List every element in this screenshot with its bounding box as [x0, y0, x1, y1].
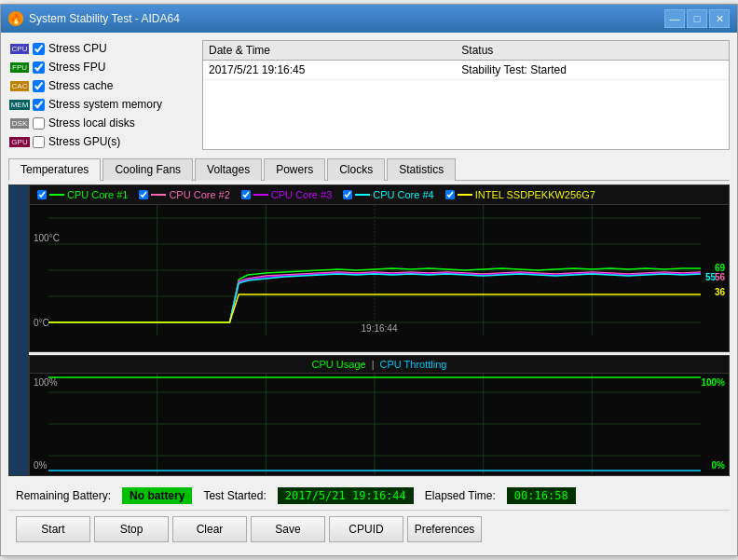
- maximize-button[interactable]: □: [687, 9, 707, 28]
- legend-core4-line: [355, 194, 370, 196]
- tab-bar: Temperatures Cooling Fans Voltages Power…: [8, 157, 730, 181]
- save-button[interactable]: Save: [251, 516, 325, 542]
- gpu-icon: GPU: [10, 134, 29, 149]
- checkbox-disk: DSK Stress local disks: [8, 115, 195, 131]
- checkbox-cache: CAC Stress cache: [8, 77, 195, 94]
- clear-button[interactable]: Clear: [172, 516, 247, 542]
- charts-area: CPU Core #1 CPU Core #2 CPU Core #3: [8, 184, 730, 476]
- preferences-button[interactable]: Preferences: [407, 516, 482, 542]
- top-section: CPU Stress CPU FPU Stress FPU CAC Stress…: [8, 40, 730, 150]
- window-title: System Stability Test - AIDA64: [29, 12, 180, 25]
- legend-ssd-line: [458, 194, 472, 196]
- status-table: Date & Time Status 2017/5/21 19:16:45 St…: [202, 40, 730, 150]
- legend-core2-line: [151, 194, 166, 196]
- legend-core3: CPU Core #3: [241, 189, 332, 200]
- legend-core4-check[interactable]: [343, 190, 352, 199]
- elapsed-label: Elapsed Time:: [425, 489, 496, 502]
- legend-ssd-label: INTEL SSDPEKKW256G7: [475, 189, 595, 200]
- cache-icon-box: CAC: [10, 78, 29, 93]
- close-button[interactable]: ✕: [709, 9, 730, 28]
- test-started-value: 2017/5/21 19:16:44: [278, 487, 414, 504]
- legend-core1-label: CPU Core #1: [67, 189, 128, 200]
- checkbox-gpu-label: Stress GPU(s): [48, 135, 120, 148]
- usage-chart-panel: CPU Usage | CPU Throttling 100% 0% 100% …: [29, 355, 730, 476]
- legend-core3-check[interactable]: [241, 190, 251, 199]
- title-bar-controls: — □ ✕: [664, 9, 730, 28]
- checkboxes-panel: CPU Stress CPU FPU Stress FPU CAC Stress…: [8, 40, 195, 150]
- legend-core4: CPU Core #4: [343, 189, 433, 200]
- checkbox-gpu: GPU Stress GPU(s): [8, 133, 195, 150]
- throttling-title: CPU Throttling: [380, 359, 447, 370]
- val-ssd: 36: [715, 287, 725, 297]
- tab-voltages[interactable]: Voltages: [195, 158, 262, 181]
- legend-core2: CPU Core #2: [139, 189, 229, 200]
- app-icon: 🔥: [8, 11, 23, 26]
- checkbox-fpu-label: Stress FPU: [48, 61, 105, 74]
- checkbox-disk-label: Stress local disks: [48, 116, 135, 130]
- title-bar: 🔥 System Stability Test - AIDA64 — □ ✕: [1, 5, 737, 33]
- usage-chart-canvas-area: 100% 0% 100% 0%: [30, 374, 729, 474]
- test-started-label: Test Started:: [203, 489, 266, 502]
- legend-core1-check[interactable]: [37, 190, 47, 199]
- legend-core3-line: [253, 194, 268, 196]
- legend-core3-label: CPU Core #3: [271, 189, 332, 200]
- legend-core1: CPU Core #1: [37, 189, 128, 200]
- checkbox-mem-input[interactable]: [33, 99, 45, 111]
- pipe: |: [372, 359, 375, 370]
- elapsed-value: 00:16:58: [507, 487, 576, 504]
- legend-core1-line: [49, 194, 64, 196]
- status-datetime: 2017/5/21 19:16:45: [203, 61, 456, 80]
- tab-statistics[interactable]: Statistics: [387, 158, 456, 181]
- tab-cooling-fans[interactable]: Cooling Fans: [102, 158, 193, 181]
- status-text: Stability Test: Started: [456, 61, 729, 80]
- tab-powers[interactable]: Powers: [264, 158, 325, 181]
- stop-button[interactable]: Stop: [94, 516, 169, 542]
- disk-icon: DSK: [10, 116, 29, 130]
- usage-val-bottom: 0%: [712, 460, 725, 471]
- left-indicator: [8, 184, 29, 476]
- col-datetime: Date & Time: [203, 41, 456, 61]
- val-core3: 55: [705, 272, 716, 282]
- charts-container: CPU Core #1 CPU Core #2 CPU Core #3: [29, 184, 730, 476]
- usage-title: CPU Usage: [312, 359, 366, 370]
- temp-y-min: 0°C: [34, 318, 49, 328]
- checkbox-cpu-label: Stress CPU: [48, 42, 107, 55]
- checkbox-fpu: FPU Stress FPU: [8, 59, 195, 75]
- checkbox-disk-input[interactable]: [33, 117, 45, 130]
- main-window: 🔥 System Stability Test - AIDA64 — □ ✕ C…: [0, 4, 738, 556]
- usage-val-top: 100%: [701, 377, 725, 388]
- checkbox-mem: MEM Stress system memory: [8, 96, 195, 113]
- mem-icon: MEM: [10, 97, 29, 112]
- checkbox-cache-input[interactable]: [33, 80, 45, 92]
- val-core2: 56: [715, 272, 725, 282]
- checkbox-gpu-input[interactable]: [33, 136, 45, 148]
- tab-clocks[interactable]: Clocks: [327, 158, 385, 181]
- legend-core2-check[interactable]: [139, 190, 148, 199]
- legend-core2-label: CPU Core #2: [169, 189, 229, 200]
- temp-chart-panel: CPU Core #1 CPU Core #2 CPU Core #3: [29, 184, 730, 352]
- status-row: 2017/5/21 19:16:45 Stability Test: Start…: [203, 61, 729, 80]
- checkbox-mem-label: Stress system memory: [48, 98, 162, 111]
- checkbox-cpu: CPU Stress CPU: [8, 40, 195, 57]
- temp-chart-legend: CPU Core #1 CPU Core #2 CPU Core #3: [30, 185, 729, 205]
- tab-temperatures[interactable]: Temperatures: [8, 158, 101, 181]
- legend-ssd: INTEL SSDPEKKW256G7: [445, 189, 595, 200]
- usage-chart-title: CPU Usage | CPU Throttling: [30, 356, 729, 374]
- temp-chart-canvas-area: 100°C 0°C 19:16:44: [30, 205, 729, 335]
- battery-label: Remaining Battery:: [16, 489, 111, 502]
- checkbox-cpu-input[interactable]: [33, 43, 45, 55]
- usage-y-min: 0%: [34, 460, 47, 471]
- usage-chart-svg: [48, 374, 701, 474]
- status-bar: Remaining Battery: No battery Test Start…: [8, 482, 730, 510]
- legend-ssd-check[interactable]: [445, 190, 455, 199]
- col-status: Status: [456, 41, 729, 61]
- tabs-section: Temperatures Cooling Fans Voltages Power…: [8, 157, 730, 181]
- minimize-button[interactable]: —: [664, 9, 685, 28]
- fpu-icon: FPU: [10, 60, 29, 75]
- cpuid-button[interactable]: CPUID: [329, 516, 403, 542]
- legend-core4-label: CPU Core #4: [373, 189, 433, 200]
- checkbox-fpu-input[interactable]: [33, 61, 45, 74]
- main-content: CPU Stress CPU FPU Stress FPU CAC Stress…: [1, 33, 737, 555]
- start-button[interactable]: Start: [16, 516, 90, 542]
- battery-value: No battery: [122, 487, 192, 504]
